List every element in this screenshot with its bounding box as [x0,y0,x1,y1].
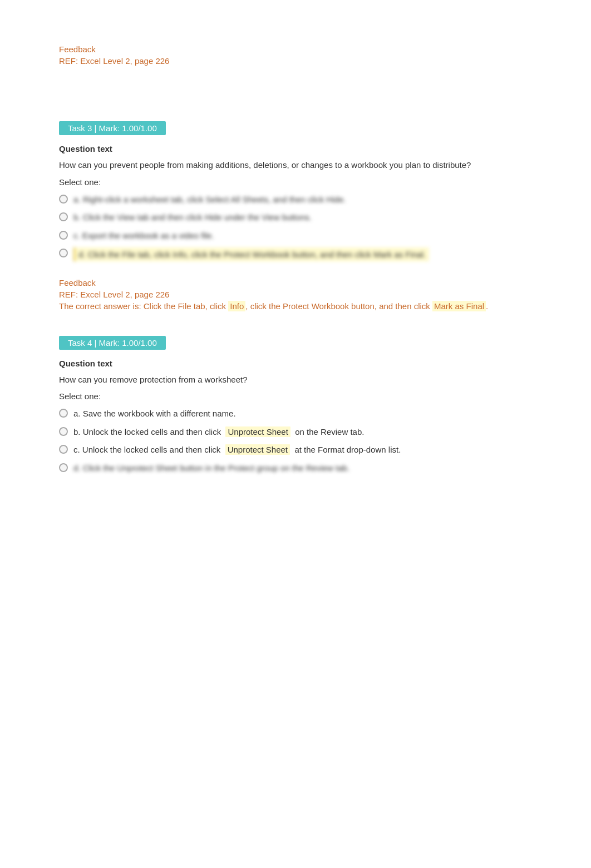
unprotect-sheet-highlight-b: Unprotect Sheet [225,426,290,437]
info-highlight: Info [228,301,245,311]
task3-option-d[interactable]: d. Click the File tab, click Info, click… [59,247,532,261]
task3-option-b-text: b. Click the View tab and then click Hid… [73,211,312,224]
task4-radio-c[interactable] [59,445,68,454]
task4-option-b[interactable]: b. Unlock the locked cells and then clic… [59,426,532,439]
task2-feedback-section: Feedback REF: Excel Level 2, page 226 [59,44,532,66]
mark-as-final-highlight: Mark as Final [432,301,486,311]
feedback-link-top[interactable]: Feedback [59,44,532,54]
task4-header: Task 4 | Mark: 1.00/1.00 [59,336,166,350]
task4-option-c[interactable]: c. Unlock the locked cells and then clic… [59,444,532,457]
unprotect-sheet-highlight-c: Unprotect Sheet [225,444,290,455]
task3-option-c-text: c. Export the workbook as a video file. [73,230,214,242]
task3-feedback-section: Feedback REF: Excel Level 2, page 226 Th… [59,278,532,314]
task4-question-text: How can you remove protection from a wor… [59,374,532,386]
task3-option-d-text: d. Click the File tab, click Info, click… [73,247,429,261]
task4-radio-b[interactable] [59,427,68,436]
task4-option-d-text: d. Click the Unprotect Sheet button in t… [73,462,349,475]
task3-correct-answer: The correct answer is: Click the File ta… [59,299,532,314]
task3-option-a[interactable]: a. Right-click a worksheet tab, click Se… [59,194,532,206]
radio-b[interactable] [59,212,68,221]
task4-option-a-text: a. Save the workbook with a different na… [73,408,236,420]
task4-option-a[interactable]: a. Save the workbook with a different na… [59,408,532,420]
task4-section: Task 4 | Mark: 1.00/1.00 Question text H… [59,330,532,475]
radio-a[interactable] [59,195,68,204]
task3-header: Task 3 | Mark: 1.00/1.00 [59,121,166,135]
task3-question-text: How can you prevent people from making a… [59,159,532,172]
task4-radio-d[interactable] [59,463,68,472]
radio-d[interactable] [59,249,68,257]
task4-option-d[interactable]: d. Click the Unprotect Sheet button in t… [59,462,532,475]
task3-section: Task 3 | Mark: 1.00/1.00 Question text H… [59,116,532,314]
task3-feedback-link[interactable]: Feedback [59,278,532,287]
task4-question-label: Question text [59,359,532,368]
task3-option-a-text: a. Right-click a worksheet tab, click Se… [73,194,346,206]
task4-option-b-text: b. Unlock the locked cells and then clic… [73,426,364,439]
task3-option-c[interactable]: c. Export the workbook as a video file. [59,230,532,242]
task3-select-one: Select one: [59,177,532,187]
ref-link-top[interactable]: REF: Excel Level 2, page 226 [59,56,532,66]
task4-option-c-text: c. Unlock the locked cells and then clic… [73,444,401,457]
task3-ref-link[interactable]: REF: Excel Level 2, page 226 [59,290,532,299]
task3-option-b[interactable]: b. Click the View tab and then click Hid… [59,211,532,224]
task4-select-one: Select one: [59,391,532,401]
task4-radio-a[interactable] [59,409,68,418]
radio-c[interactable] [59,231,68,240]
task3-question-label: Question text [59,144,532,153]
